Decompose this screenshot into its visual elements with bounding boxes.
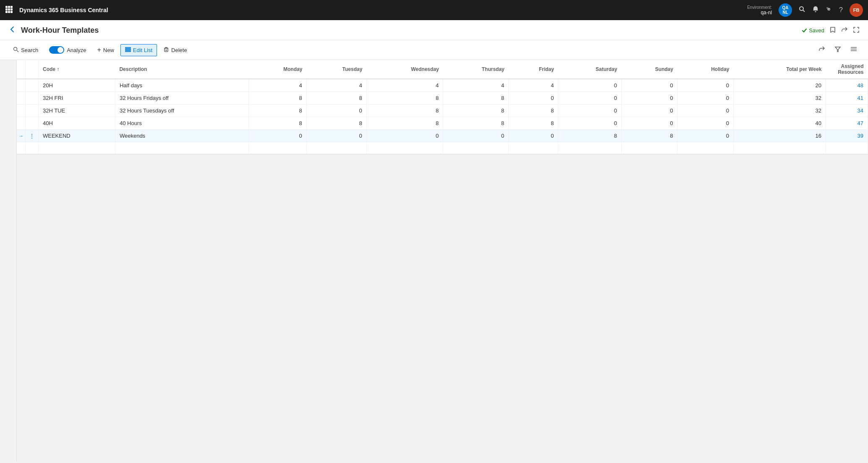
col-description-header[interactable]: Description bbox=[115, 60, 248, 79]
page-header-top: Work-Hour Templates Saved bbox=[8, 25, 860, 40]
row-context-menu bbox=[26, 117, 39, 130]
grid-icon[interactable] bbox=[5, 5, 13, 15]
row-arrow-indicator bbox=[17, 105, 26, 117]
bookmark-button[interactable] bbox=[829, 26, 836, 35]
toolbar-share-button[interactable] bbox=[816, 44, 828, 56]
svg-rect-21 bbox=[851, 47, 857, 48]
toolbar-filter-button[interactable] bbox=[832, 44, 844, 56]
row-friday: 4 bbox=[509, 79, 558, 92]
toolbar-right bbox=[816, 44, 860, 56]
page-header-right: Saved bbox=[802, 26, 860, 35]
row-thursday: 8 bbox=[443, 117, 509, 130]
content-area: Code Description Monday Tuesday Wednesda… bbox=[17, 60, 868, 462]
edit-list-icon bbox=[125, 47, 131, 54]
share-button[interactable] bbox=[841, 26, 848, 35]
settings-button[interactable] bbox=[826, 6, 832, 14]
table-container: Code Description Monday Tuesday Wednesda… bbox=[17, 60, 868, 154]
col-saturday-header[interactable]: Saturday bbox=[558, 60, 621, 79]
edit-list-button[interactable]: Edit List bbox=[120, 44, 157, 56]
table-row[interactable]: →⋮WEEKENDWeekends000008801639 bbox=[17, 130, 868, 142]
row-context-menu bbox=[26, 79, 39, 92]
table-row[interactable]: 40H40 Hours888880004047 bbox=[17, 117, 868, 130]
new-button[interactable]: + New bbox=[92, 44, 118, 56]
layout: Code Description Monday Tuesday Wednesda… bbox=[0, 60, 868, 462]
row-sunday: 8 bbox=[621, 130, 677, 142]
svg-rect-7 bbox=[8, 11, 10, 13]
help-button[interactable]: ? bbox=[839, 6, 843, 14]
svg-point-11 bbox=[14, 47, 17, 50]
row-assigned-resources[interactable]: 41 bbox=[826, 92, 868, 105]
avatar-fb[interactable]: FB bbox=[850, 3, 863, 17]
col-wednesday-header[interactable]: Wednesday bbox=[366, 60, 443, 79]
row-arrow-indicator bbox=[17, 117, 26, 130]
col-tuesday-header[interactable]: Tuesday bbox=[306, 60, 366, 79]
row-arrow-indicator bbox=[17, 79, 26, 92]
search-button[interactable]: Search bbox=[8, 44, 43, 56]
analyze-button[interactable]: Analyze bbox=[44, 44, 91, 56]
svg-rect-3 bbox=[5, 8, 8, 10]
col-code-header[interactable]: Code bbox=[39, 60, 115, 79]
row-tuesday: 4 bbox=[306, 79, 366, 92]
page-header-left: Work-Hour Templates bbox=[8, 25, 99, 36]
svg-rect-13 bbox=[125, 47, 131, 48]
table-row[interactable]: 32H FRI32 Hours Fridays off888800003241 bbox=[17, 92, 868, 105]
row-code: WEEKEND bbox=[39, 130, 115, 142]
row-context-menu bbox=[26, 105, 39, 117]
row-holiday: 0 bbox=[677, 105, 734, 117]
row-description: Half days bbox=[115, 79, 248, 92]
row-monday: 8 bbox=[249, 92, 307, 105]
svg-rect-4 bbox=[8, 8, 10, 10]
svg-rect-0 bbox=[5, 6, 8, 8]
svg-rect-1 bbox=[8, 6, 10, 8]
row-saturday: 0 bbox=[558, 79, 621, 92]
table-row[interactable]: 20HHalf days444440002048 bbox=[17, 79, 868, 92]
empty-row bbox=[17, 142, 868, 154]
analyze-toggle[interactable] bbox=[49, 46, 64, 54]
row-description: 40 Hours bbox=[115, 117, 248, 130]
delete-icon bbox=[163, 47, 169, 54]
col-monday-header[interactable]: Monday bbox=[249, 60, 307, 79]
row-total-per_week: 40 bbox=[734, 117, 826, 130]
row-code: 20H bbox=[39, 79, 115, 92]
back-button[interactable] bbox=[8, 25, 17, 36]
row-thursday: 8 bbox=[443, 105, 509, 117]
search-topbar-button[interactable] bbox=[799, 6, 805, 14]
row-friday: 0 bbox=[509, 130, 558, 142]
table-row[interactable]: 32H TUE32 Hours Tuesdays off808880003234 bbox=[17, 105, 868, 117]
row-saturday: 0 bbox=[558, 105, 621, 117]
row-monday: 8 bbox=[249, 105, 307, 117]
row-assigned-resources[interactable]: 48 bbox=[826, 79, 868, 92]
svg-point-9 bbox=[800, 7, 803, 10]
toolbar-more-button[interactable] bbox=[848, 44, 860, 56]
col-total-header[interactable]: Total per Week bbox=[734, 60, 826, 79]
row-context-menu: ⋮ bbox=[26, 130, 39, 142]
saved-status: Saved bbox=[802, 27, 824, 34]
search-icon bbox=[13, 47, 19, 54]
row-wednesday: 8 bbox=[366, 105, 443, 117]
row-total-per_week: 16 bbox=[734, 130, 826, 142]
col-thursday-header[interactable]: Thursday bbox=[443, 60, 509, 79]
col-assigned-header[interactable]: AssignedResources bbox=[826, 60, 868, 79]
row-friday: 8 bbox=[509, 105, 558, 117]
row-assigned-resources[interactable]: 47 bbox=[826, 117, 868, 130]
topbar-right: Environment: qa-nl QANL ? FB bbox=[747, 3, 863, 17]
col-friday-header[interactable]: Friday bbox=[509, 60, 558, 79]
col-sunday-header[interactable]: Sunday bbox=[621, 60, 677, 79]
delete-button[interactable]: Delete bbox=[159, 44, 192, 56]
avatar-qa[interactable]: QANL bbox=[779, 3, 792, 17]
topbar: Dynamics 365 Business Central Environmen… bbox=[0, 0, 868, 20]
row-holiday: 0 bbox=[677, 92, 734, 105]
row-sunday: 0 bbox=[621, 105, 677, 117]
row-arrow-indicator: → bbox=[17, 130, 26, 142]
row-code: 32H FRI bbox=[39, 92, 115, 105]
col-holiday-header[interactable]: Holiday bbox=[677, 60, 734, 79]
col-indicator bbox=[17, 60, 26, 79]
row-saturday: 0 bbox=[558, 117, 621, 130]
row-assigned-resources[interactable]: 39 bbox=[826, 130, 868, 142]
new-icon: + bbox=[97, 46, 101, 54]
notifications-button[interactable] bbox=[812, 6, 819, 14]
row-description: 32 Hours Tuesdays off bbox=[115, 105, 248, 117]
expand-button[interactable] bbox=[853, 26, 860, 35]
context-menu-button[interactable]: ⋮ bbox=[27, 132, 37, 140]
row-assigned-resources[interactable]: 34 bbox=[826, 105, 868, 117]
